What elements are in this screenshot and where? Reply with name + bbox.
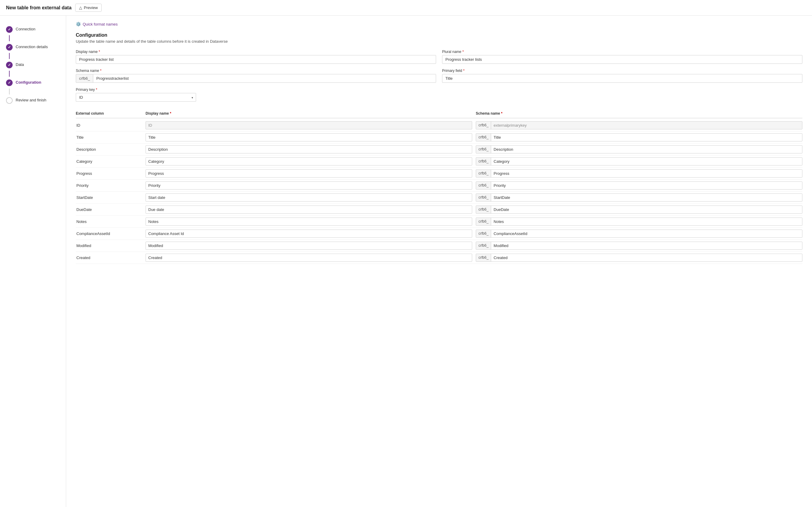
display-input-5[interactable] bbox=[145, 181, 472, 189]
step-label-configuration: Configuration bbox=[16, 79, 41, 85]
display-input-7[interactable] bbox=[145, 206, 472, 214]
display-name-col-11[interactable] bbox=[145, 253, 472, 262]
primary-key-select[interactable]: ID bbox=[76, 93, 196, 102]
schema-prefix-8: crfb6_ bbox=[476, 218, 491, 225]
step-connector-4 bbox=[9, 89, 10, 95]
display-input-11[interactable] bbox=[145, 253, 472, 262]
step-indicator-configuration: ✓ bbox=[6, 79, 13, 86]
schema-col-7[interactable]: crfb6_ bbox=[476, 206, 802, 214]
step-indicator-connection-details: ✓ bbox=[6, 44, 13, 51]
display-input-0 bbox=[145, 121, 472, 129]
schema-input-11[interactable] bbox=[491, 254, 802, 262]
display-name-col-3[interactable] bbox=[145, 157, 472, 166]
display-name-col-9[interactable] bbox=[145, 230, 472, 238]
schema-col-2[interactable]: crfb6_ bbox=[476, 145, 802, 154]
page-title: New table from external data bbox=[6, 5, 72, 10]
columns-header: External column Display name * Schema na… bbox=[76, 109, 802, 118]
schema-name-input[interactable] bbox=[93, 74, 436, 82]
schema-input-3[interactable] bbox=[491, 158, 802, 165]
schema-input-8[interactable] bbox=[491, 218, 802, 225]
schema-prefix-0: crfb6_ bbox=[476, 122, 491, 129]
schema-input-1[interactable] bbox=[491, 133, 802, 141]
quick-format-bar[interactable]: ⚙️ Quick format names bbox=[76, 22, 802, 26]
schema-prefix-11: crfb6_ bbox=[476, 254, 491, 262]
check-icon-3: ✓ bbox=[8, 63, 11, 67]
primary-key-label: Primary key * bbox=[76, 88, 196, 92]
primary-field-label: Primary field * bbox=[442, 69, 802, 73]
schema-input-4[interactable] bbox=[491, 170, 802, 177]
display-input-10[interactable] bbox=[145, 242, 472, 250]
table-row: Progresscrfb6_ bbox=[76, 168, 802, 180]
step-label-connection: Connection bbox=[16, 26, 36, 32]
sidebar-step-review[interactable]: Review and finish bbox=[0, 94, 66, 107]
schema-col-6[interactable]: crfb6_ bbox=[476, 193, 802, 202]
form-row-schema: Schema name * crfb6_ Primary field * bbox=[76, 69, 802, 83]
schema-input-9[interactable] bbox=[491, 230, 802, 237]
columns-rows: IDcrfb6_Titlecrfb6_Descriptioncrfb6_Cate… bbox=[76, 119, 802, 264]
columns-table: External column Display name * Schema na… bbox=[76, 109, 802, 264]
schema-col-11[interactable]: crfb6_ bbox=[476, 253, 802, 262]
primary-field-input[interactable] bbox=[442, 74, 802, 83]
schema-col-10[interactable]: crfb6_ bbox=[476, 242, 802, 250]
schema-prefix-5: crfb6_ bbox=[476, 182, 491, 189]
display-input-6[interactable] bbox=[145, 193, 472, 202]
schema-input-10[interactable] bbox=[491, 242, 802, 249]
table-row: Descriptioncrfb6_ bbox=[76, 144, 802, 156]
display-name-col-8[interactable] bbox=[145, 218, 472, 226]
step-indicator-connection: ✓ bbox=[6, 26, 13, 33]
display-name-col-4[interactable] bbox=[145, 169, 472, 177]
display-input-2[interactable] bbox=[145, 145, 472, 154]
display-input-4[interactable] bbox=[145, 169, 472, 177]
table-row: ComplianceAssetIdcrfb6_ bbox=[76, 228, 802, 240]
schema-col-5[interactable]: crfb6_ bbox=[476, 181, 802, 189]
app-header: New table from external data △ Preview bbox=[0, 0, 812, 16]
schema-col-9[interactable]: crfb6_ bbox=[476, 230, 802, 238]
display-input-1[interactable] bbox=[145, 133, 472, 142]
external-column-11: Created bbox=[76, 256, 142, 260]
schema-col-4[interactable]: crfb6_ bbox=[476, 169, 802, 177]
schema-input-7[interactable] bbox=[491, 206, 802, 213]
display-name-col-7[interactable] bbox=[145, 206, 472, 214]
sidebar-step-connection-details[interactable]: ✓ Connection details bbox=[0, 41, 66, 54]
external-column-3: Category bbox=[76, 159, 142, 164]
external-column-9: ComplianceAssetId bbox=[76, 231, 142, 236]
col-header-external: External column bbox=[76, 111, 142, 116]
schema-input-6[interactable] bbox=[491, 194, 802, 201]
table-row: Categorycrfb6_ bbox=[76, 156, 802, 168]
display-name-col-1[interactable] bbox=[145, 133, 472, 142]
configuration-section: Configuration Update the table name and … bbox=[76, 33, 802, 102]
sidebar-step-configuration[interactable]: ✓ Configuration bbox=[0, 76, 66, 89]
step-label-review: Review and finish bbox=[16, 97, 46, 103]
display-name-col-10[interactable] bbox=[145, 242, 472, 250]
preview-button[interactable]: △ Preview bbox=[75, 4, 102, 12]
external-column-6: StartDate bbox=[76, 195, 142, 200]
display-input-9[interactable] bbox=[145, 230, 472, 238]
display-name-input[interactable] bbox=[76, 55, 436, 64]
table-row: Prioritycrfb6_ bbox=[76, 180, 802, 192]
schema-input-5[interactable] bbox=[491, 182, 802, 189]
schema-prefix-3: crfb6_ bbox=[476, 158, 491, 165]
plural-name-input[interactable] bbox=[442, 55, 802, 64]
sidebar-step-data[interactable]: ✓ Data bbox=[0, 58, 66, 71]
content-area: ⚙️ Quick format names Configuration Upda… bbox=[66, 16, 812, 507]
display-name-col-2[interactable] bbox=[145, 145, 472, 154]
table-row: Createdcrfb6_ bbox=[76, 252, 802, 264]
col-header-display: Display name * bbox=[145, 111, 472, 116]
external-column-1: Title bbox=[76, 135, 142, 139]
step-connector-2 bbox=[9, 53, 10, 59]
display-input-3[interactable] bbox=[145, 157, 472, 166]
schema-col-3[interactable]: crfb6_ bbox=[476, 157, 802, 166]
schema-prefix-6: crfb6_ bbox=[476, 194, 491, 201]
schema-col-8[interactable]: crfb6_ bbox=[476, 218, 802, 226]
display-name-col-5[interactable] bbox=[145, 181, 472, 189]
sidebar-step-connection[interactable]: ✓ Connection bbox=[0, 23, 66, 36]
display-name-col-6[interactable] bbox=[145, 193, 472, 202]
display-input-8[interactable] bbox=[145, 218, 472, 226]
display-name-col-0 bbox=[145, 121, 472, 129]
step-connector-1 bbox=[9, 35, 10, 41]
schema-col-1[interactable]: crfb6_ bbox=[476, 133, 802, 142]
external-column-4: Progress bbox=[76, 171, 142, 176]
schema-col-0: crfb6_ bbox=[476, 121, 802, 129]
schema-input-2[interactable] bbox=[491, 146, 802, 153]
display-name-label: Display name * bbox=[76, 50, 436, 54]
